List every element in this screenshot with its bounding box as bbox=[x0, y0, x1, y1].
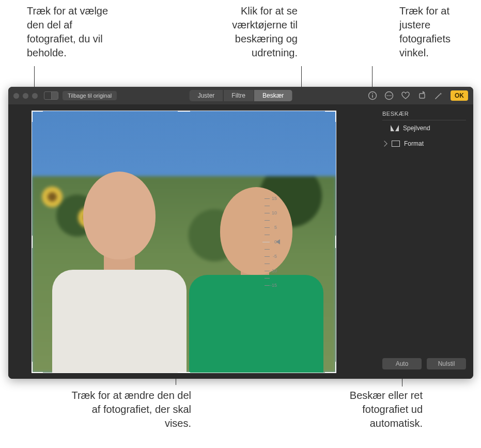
photos-edit-window: Tilbage til original Juster Filtre Beskæ… bbox=[8, 87, 473, 379]
dial-marker-icon bbox=[276, 239, 280, 244]
canvas-area: 15 10 5 0 -5 -10 -15 bbox=[8, 104, 375, 379]
aspect-option[interactable]: Format bbox=[382, 136, 466, 151]
flip-label: Spejlvend bbox=[403, 125, 430, 132]
svg-rect-1 bbox=[372, 95, 373, 98]
callout-crop-tab: Klik for at se værktøjerne til beskæring… bbox=[194, 4, 298, 60]
dial-label: 10 bbox=[272, 210, 277, 215]
svg-point-2 bbox=[372, 94, 373, 95]
auto-crop-button[interactable]: Auto bbox=[382, 358, 422, 369]
callout-crop-drag: Træk for at vælge den del af fotografiet… bbox=[27, 4, 115, 60]
callout-auto: Beskær eller ret fotografiet ud automati… bbox=[324, 389, 423, 430]
tab-crop[interactable]: Beskær bbox=[254, 90, 292, 101]
straighten-dial[interactable]: 15 10 5 0 -5 -10 -15 bbox=[246, 190, 277, 293]
more-icon[interactable] bbox=[384, 91, 394, 100]
app-body: 15 10 5 0 -5 -10 -15 bbox=[8, 104, 473, 379]
auto-enhance-icon[interactable] bbox=[434, 91, 443, 100]
flip-option[interactable]: Spejlvend bbox=[382, 120, 466, 136]
edit-mode-tabs: Juster Filtre Beskær bbox=[190, 90, 292, 101]
aspect-label: Format bbox=[404, 140, 424, 147]
reset-crop-button[interactable]: Nulstil bbox=[427, 358, 466, 369]
dial-label: -5 bbox=[273, 254, 277, 259]
svg-point-5 bbox=[389, 95, 390, 96]
rotate-icon[interactable] bbox=[417, 91, 427, 100]
titlebar: Tilbage til original Juster Filtre Beskæ… bbox=[8, 87, 473, 104]
sidebar-bottom-buttons: Auto Nulstil bbox=[382, 358, 466, 373]
dial-label: 15 bbox=[272, 196, 277, 201]
dial-label: -15 bbox=[270, 283, 277, 288]
flip-icon bbox=[391, 125, 399, 131]
view-layout-toggle[interactable] bbox=[44, 91, 58, 100]
crop-sidebar: BESKÆR Spejlvend Format Auto Nulstil bbox=[375, 104, 473, 379]
info-icon[interactable] bbox=[368, 91, 377, 100]
photo-person-left bbox=[52, 166, 187, 373]
window-controls bbox=[13, 93, 38, 99]
panel-title: BESKÆR bbox=[382, 111, 466, 120]
svg-point-4 bbox=[387, 95, 388, 96]
fullscreen-window-button[interactable] bbox=[32, 93, 38, 99]
dial-label: -10 bbox=[270, 268, 277, 273]
photo-canvas[interactable] bbox=[32, 111, 336, 373]
close-window-button[interactable] bbox=[13, 93, 19, 99]
svg-rect-7 bbox=[420, 94, 425, 98]
aspect-ratio-icon bbox=[392, 141, 400, 147]
dial-label: 5 bbox=[274, 225, 277, 230]
revert-to-original-button[interactable]: Tilbage til original bbox=[63, 91, 117, 100]
favorite-icon[interactable] bbox=[401, 91, 410, 100]
callout-angle: Træk for at justere fotografiets vinkel. bbox=[399, 4, 472, 60]
chevron-right-icon bbox=[381, 141, 387, 146]
done-button[interactable]: OK bbox=[451, 90, 468, 101]
tab-adjust[interactable]: Juster bbox=[190, 90, 223, 101]
tab-filters[interactable]: Filtre bbox=[223, 90, 254, 101]
callout-reposition: Træk for at ændre den del af fotografiet… bbox=[67, 389, 191, 430]
toolbar-right-icons: OK bbox=[368, 90, 468, 101]
svg-point-6 bbox=[391, 95, 392, 96]
minimize-window-button[interactable] bbox=[23, 93, 28, 99]
